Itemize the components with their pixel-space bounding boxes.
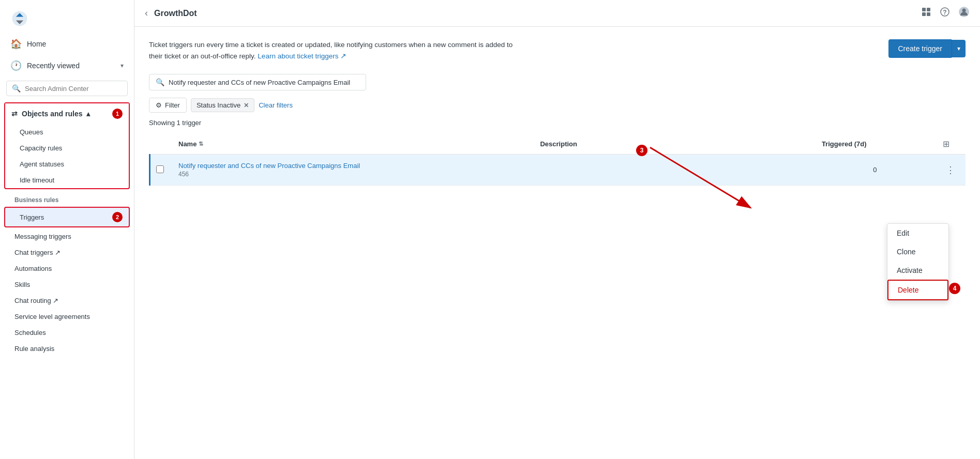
- trigger-name-link[interactable]: Notify requester and CCs of new Proactiv…: [178, 162, 360, 170]
- table-row: Notify requester and CCs of new Proactiv…: [150, 155, 966, 186]
- name-sort-icon[interactable]: ⇅: [199, 141, 203, 147]
- sidebar-item-idle-timeout[interactable]: Idle timeout: [5, 172, 129, 188]
- create-trigger-dropdown-button[interactable]: ▾: [952, 40, 966, 57]
- sidebar-recently-viewed-label: Recently viewed: [27, 62, 80, 70]
- sidebar-item-capacity-rules[interactable]: Capacity rules: [5, 140, 129, 156]
- clock-icon: 🕐: [10, 60, 22, 71]
- create-trigger-button[interactable]: Create trigger: [888, 39, 952, 58]
- search-trigger-icon: 🔍: [156, 78, 164, 86]
- svg-rect-2: [922, 12, 926, 16]
- th-triggered: Triggered (7d): [815, 134, 936, 155]
- user-avatar-icon[interactable]: [958, 6, 970, 20]
- main-content: ‹ GrowthDot ?: [134, 0, 980, 459]
- remove-status-filter-button[interactable]: ✕: [244, 102, 249, 109]
- row-triggered-cell: 0: [815, 155, 936, 186]
- business-rules-label: Business rules: [0, 191, 134, 206]
- sidebar-item-automations[interactable]: Automations: [0, 261, 134, 277]
- svg-rect-0: [922, 8, 926, 11]
- back-button[interactable]: ‹: [145, 8, 148, 19]
- status-filter-chip: Status Inactive ✕: [191, 98, 254, 112]
- sidebar-item-queues[interactable]: Queues: [5, 124, 129, 140]
- row-actions-button[interactable]: ⋮: [943, 163, 958, 177]
- context-menu-delete[interactable]: Delete: [887, 280, 948, 300]
- svg-rect-1: [927, 8, 930, 11]
- sidebar-item-chat-triggers[interactable]: Chat triggers ↗: [0, 244, 134, 261]
- chevron-up-icon: ▴: [86, 110, 90, 118]
- sidebar-home-label: Home: [27, 40, 46, 48]
- sidebar-item-rule-analysis[interactable]: Rule analysis: [0, 341, 134, 357]
- sidebar-item-chat-routing[interactable]: Chat routing ↗: [0, 293, 134, 309]
- th-description: Description: [533, 134, 814, 155]
- filter-icon: ⚙: [156, 101, 162, 109]
- row-checkbox[interactable]: [156, 165, 164, 173]
- filter-button[interactable]: ⚙ Filter: [149, 98, 187, 113]
- svg-text:?: ?: [943, 9, 946, 16]
- row-description-cell: [533, 155, 814, 186]
- annotation-badge-4: 4: [949, 283, 960, 294]
- sidebar-item-skills[interactable]: Skills: [0, 277, 134, 293]
- sidebar-item-messaging-triggers[interactable]: Messaging triggers: [0, 228, 134, 244]
- grid-icon[interactable]: [921, 7, 931, 20]
- status-chip-label: Status Inactive: [197, 101, 240, 109]
- objects-rules-label: Objects and rules: [22, 110, 82, 118]
- trigger-search-input[interactable]: [169, 79, 359, 86]
- annotation-badge-1: 1: [112, 109, 123, 119]
- svg-rect-3: [927, 12, 930, 16]
- filter-chips-row: ⚙ Filter Status Inactive ✕ Clear filters: [149, 98, 966, 113]
- context-menu-clone[interactable]: Clone: [887, 242, 948, 261]
- page-title: GrowthDot: [154, 9, 915, 18]
- annotation-arrow-overlay: [134, 27, 980, 459]
- zendesk-logo-icon: [10, 9, 29, 28]
- trigger-search-row: 🔍: [149, 74, 966, 90]
- trigger-id: 456: [178, 171, 525, 178]
- column-settings-icon[interactable]: ⊞: [943, 139, 949, 149]
- triggers-table: Name ⇅ Description Triggered (7d) ⊞: [149, 134, 966, 186]
- objects-rules-icon: ⇄: [11, 110, 18, 118]
- row-checkbox-cell: [150, 155, 172, 186]
- search-icon: 🔍: [12, 84, 21, 93]
- sidebar-logo-area: [0, 0, 134, 33]
- th-name: Name ⇅: [171, 134, 533, 155]
- clear-filters-link[interactable]: Clear filters: [259, 101, 293, 109]
- home-icon: 🏠: [10, 38, 22, 50]
- context-menu-activate[interactable]: Activate: [887, 261, 948, 280]
- th-checkbox: [150, 134, 172, 155]
- content-area: Ticket triggers run every time a ticket …: [134, 27, 980, 459]
- sidebar-item-recently-viewed[interactable]: 🕐 Recently viewed ▾: [0, 55, 134, 76]
- help-icon[interactable]: ?: [940, 7, 950, 20]
- objects-rules-header[interactable]: ⇄ Objects and rules ▴ 1: [5, 103, 129, 124]
- row-actions-cell: ⋮: [936, 155, 966, 186]
- sidebar-item-sla[interactable]: Service level agreements: [0, 309, 134, 325]
- top-bar: ‹ GrowthDot ?: [134, 0, 980, 27]
- context-menu: Edit Clone Activate Delete: [887, 223, 949, 301]
- create-trigger-button-group: Create trigger ▾: [888, 39, 966, 58]
- annotation-badge-2: 2: [112, 212, 123, 222]
- admin-search-input[interactable]: [25, 85, 122, 93]
- sidebar-item-agent-statuses[interactable]: Agent statuses: [5, 156, 129, 172]
- sidebar-item-schedules[interactable]: Schedules: [0, 325, 134, 341]
- chevron-down-icon: ▾: [120, 62, 124, 69]
- showing-count: Showing 1 trigger: [149, 119, 966, 127]
- admin-search-box[interactable]: 🔍: [6, 81, 128, 96]
- sidebar: 🏠 Home 🕐 Recently viewed ▾ 🔍 ⇄ Objects a…: [0, 0, 134, 459]
- triggers-label: Triggers: [20, 213, 44, 221]
- trigger-search-box[interactable]: 🔍: [149, 74, 366, 90]
- objects-rules-section: ⇄ Objects and rules ▴ 1 Queues Capacity …: [4, 102, 130, 189]
- sidebar-item-home[interactable]: 🏠 Home: [0, 33, 134, 55]
- page-description: Ticket triggers run every time a ticket …: [149, 39, 521, 62]
- th-actions: ⊞: [936, 134, 966, 155]
- row-name-cell: Notify requester and CCs of new Proactiv…: [171, 155, 533, 186]
- top-bar-icons: ?: [921, 6, 970, 20]
- context-menu-edit[interactable]: Edit: [887, 224, 948, 242]
- sidebar-item-triggers[interactable]: Triggers 2: [4, 207, 130, 227]
- svg-point-7: [962, 9, 966, 12]
- learn-more-link[interactable]: Learn about ticket triggers ↗: [258, 52, 346, 60]
